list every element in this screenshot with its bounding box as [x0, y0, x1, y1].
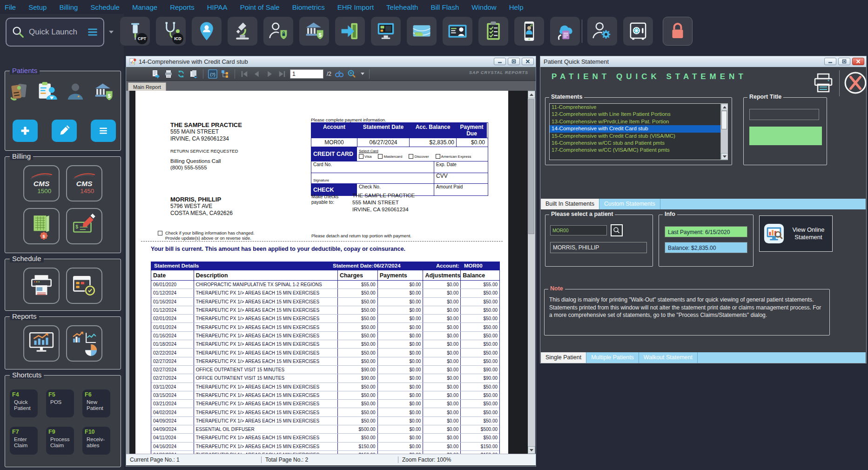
billing-button[interactable]: CMS1450 [66, 165, 102, 201]
tab[interactable]: Walkout Statement [639, 352, 698, 363]
copy-report-icon[interactable] [189, 69, 198, 79]
toolbar-button[interactable] [263, 17, 293, 46]
statement-list-item[interactable]: 15-Comprehensive with Credit Card stub (… [550, 133, 727, 140]
menu-item[interactable]: Reports [170, 3, 195, 11]
tab[interactable]: Custom Statements [599, 199, 660, 209]
card-checkbox[interactable] [436, 154, 440, 159]
toolbar-button[interactable] [228, 17, 257, 46]
toolbar-button[interactable] [478, 17, 508, 46]
patient-bank-icon[interactable]: $ [93, 81, 114, 103]
statements-list[interactable]: 11-Comprehensive12-Comprehensive with Li… [549, 103, 728, 160]
close-button[interactable] [852, 58, 864, 65]
toggle-group-tree-icon[interactable]: (?) [208, 69, 217, 79]
quick-launch-caret[interactable] [109, 31, 114, 34]
scroll-up-button[interactable] [528, 91, 535, 98]
search-text-icon[interactable] [335, 69, 344, 79]
zoom-dropdown-caret[interactable] [361, 73, 364, 75]
menu-item[interactable]: Manage [132, 3, 157, 11]
patient-action-button[interactable] [91, 120, 116, 142]
tab[interactable]: Single Patient [541, 352, 586, 363]
lock-button[interactable] [663, 17, 693, 46]
toolbar-button[interactable] [623, 17, 653, 46]
toolbar-button[interactable] [550, 17, 580, 46]
report-title-input[interactable] [749, 109, 819, 120]
print-report-icon[interactable] [164, 69, 173, 79]
menu-item[interactable]: File [5, 3, 16, 11]
toolbar-button[interactable] [192, 17, 222, 46]
scrollbar-thumb[interactable] [721, 111, 727, 129]
page-number-input[interactable] [290, 69, 323, 79]
minimize-button[interactable] [824, 58, 836, 65]
report-window-titlebar[interactable]: 14-Comprehensive with Credit Card stub [126, 56, 536, 67]
billing-button[interactable]: CMS1500 [23, 165, 60, 201]
pqs-titlebar[interactable]: Patient Quick Statement [540, 56, 866, 67]
statement-list-item[interactable]: 16-Comprehensive w/CC stub and Patient p… [550, 140, 727, 147]
viewer-scrollbar[interactable] [528, 91, 535, 454]
statement-list-item[interactable]: 11-Comprehensive [550, 104, 727, 111]
reports-button[interactable] [66, 325, 102, 362]
shortcut-button[interactable]: F6 New Patient [82, 389, 110, 417]
scroll-down-button[interactable] [721, 153, 728, 160]
menu-item[interactable]: Telehealth [386, 3, 418, 11]
statement-list-item[interactable]: 12-Comprehensive with Line Item Patient … [550, 111, 727, 118]
menu-item[interactable]: Setup [28, 3, 47, 11]
next-page-icon[interactable] [265, 69, 274, 79]
patient-search-button[interactable] [611, 224, 623, 236]
minimize-button[interactable] [494, 58, 506, 65]
scroll-down-button[interactable] [528, 446, 535, 454]
quick-launch[interactable]: Quick Launch [6, 18, 104, 47]
menu-item[interactable]: HIPAA [207, 3, 228, 11]
card-checkbox[interactable] [409, 154, 413, 159]
menu-item[interactable]: Help [509, 3, 524, 11]
toolbar-button[interactable] [335, 17, 365, 46]
statement-list-item[interactable]: 14-Comprehensive with Credit Card stub [550, 125, 727, 132]
tab[interactable]: Multiple Patients [586, 352, 639, 363]
card-checkbox[interactable] [359, 154, 363, 159]
prev-page-icon[interactable] [252, 69, 262, 79]
menu-item[interactable]: EHR Import [337, 3, 374, 11]
menu-item[interactable]: Point of Sale [240, 3, 280, 11]
statements-scrollbar[interactable] [720, 104, 727, 160]
patient-cards-icon[interactable] [9, 81, 30, 103]
toolbar-button[interactable] [514, 17, 544, 46]
tab[interactable]: Built In Statements [541, 199, 599, 209]
shortcut-button[interactable]: F4 Quick Patient [10, 389, 38, 417]
tab-main-report[interactable]: Main Report [128, 82, 166, 91]
first-page-icon[interactable] [240, 69, 249, 79]
patient-code-input[interactable] [550, 225, 607, 235]
toolbar-button[interactable] [407, 17, 437, 46]
shortcut-button[interactable]: F9 Process Claim [46, 427, 74, 455]
scroll-up-button[interactable] [721, 104, 728, 110]
restore-button[interactable] [508, 58, 520, 65]
card-checkbox[interactable] [378, 154, 383, 159]
patient-clipboard-icon[interactable] [37, 81, 58, 103]
patient-action-button[interactable] [52, 120, 77, 142]
reports-button[interactable] [23, 325, 60, 362]
schedule-button[interactable] [66, 268, 102, 304]
toolbar-button[interactable] [443, 17, 472, 46]
toolbar-button[interactable]: CPT [120, 17, 150, 46]
view-online-statement-button[interactable]: View Online Statement [759, 215, 833, 252]
export-report-icon[interactable] [151, 69, 161, 79]
menu-item[interactable]: Biometrics [292, 3, 325, 11]
patient-action-button[interactable] [13, 120, 38, 142]
menu-bars-icon[interactable] [87, 26, 99, 38]
menu-item[interactable]: Schedule [90, 3, 120, 11]
patient-person-icon[interactable] [65, 81, 86, 103]
billing-change-checkbox[interactable] [158, 231, 162, 235]
menu-item[interactable]: Billing [59, 3, 78, 11]
close-dialog-icon[interactable] [844, 71, 867, 94]
refresh-icon[interactable] [176, 69, 186, 79]
toolbar-button[interactable]: ICD [156, 17, 186, 46]
statement-list-item[interactable]: 17-Comprehensive w/CC (VISA/MC) Patient … [550, 147, 727, 154]
print-statement-icon[interactable] [812, 72, 834, 94]
close-button[interactable] [522, 58, 534, 65]
schedule-button[interactable] [23, 268, 60, 304]
billing-button[interactable]: $ [23, 208, 60, 244]
statement-list-item[interactable]: 13-Comprehensive w/Prvdr,Line Item Pat. … [550, 118, 727, 125]
last-page-icon[interactable] [277, 69, 287, 79]
scrollbar-thumb[interactable] [528, 99, 534, 234]
toolbar-button[interactable] [371, 17, 401, 46]
restore-button[interactable] [838, 58, 850, 65]
toolbar-button[interactable]: $ [299, 17, 329, 46]
